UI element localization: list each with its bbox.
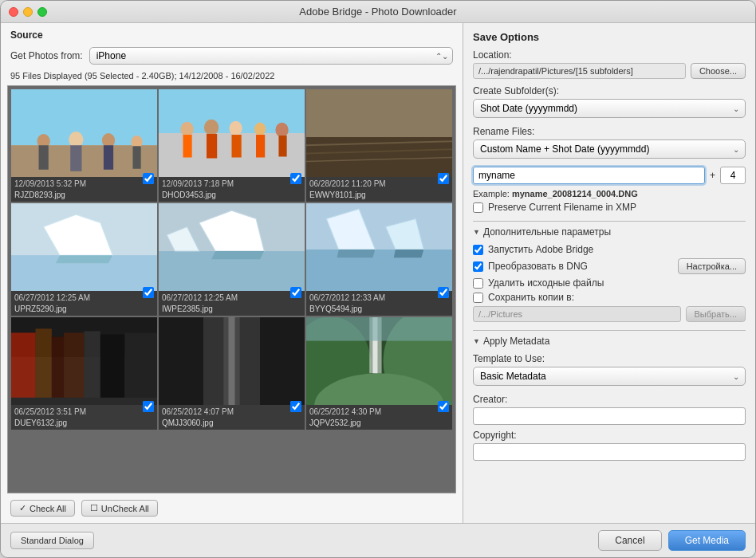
convert-dng-label: Преобразовать в DNG (488, 261, 588, 272)
svg-rect-3 (39, 145, 49, 170)
advanced-params-header[interactable]: ▼ Дополнительные параметры (473, 226, 746, 238)
footer-right: Cancel Get Media (598, 530, 746, 551)
photo-checkbox[interactable] (290, 401, 301, 412)
counter-input[interactable] (720, 167, 746, 184)
svg-rect-5 (70, 145, 81, 171)
svg-rect-47 (52, 337, 64, 398)
traffic-lights (9, 7, 47, 17)
rename-row: + (473, 167, 746, 184)
rename-files-label: Rename Files: (473, 126, 746, 137)
uncheck-all-button[interactable]: ☐ UnCheck All (81, 500, 158, 517)
svg-point-12 (180, 122, 193, 136)
advanced-params-label: Дополнительные параметры (483, 226, 611, 238)
list-item[interactable]: 06/25/2012 4:30 PM JQPV2532.jpg (306, 317, 452, 430)
save-copies-path: /.../Pictures (473, 306, 681, 322)
rename-select[interactable]: Custom Name + Shot Date (yyyymmdd) (473, 140, 746, 159)
apply-metadata-label: Apply Metadata (483, 336, 549, 347)
choose-button[interactable]: Choose... (691, 63, 746, 79)
svg-rect-64 (306, 317, 452, 341)
minimize-button[interactable] (23, 7, 33, 17)
example-value: myname_20081214_0004.DNG (512, 189, 638, 198)
preserve-filename-row: Preserve Current Filename in XMP (473, 202, 746, 213)
svg-rect-21 (278, 136, 286, 156)
get-media-button[interactable]: Get Media (668, 530, 746, 551)
right-panel: Save Options Location: /.../rajendrapati… (463, 23, 755, 523)
svg-rect-46 (36, 328, 52, 397)
svg-rect-23 (306, 89, 452, 137)
files-info: 95 Files Displayed (95 Selected - 2.40GB… (1, 69, 463, 85)
preserve-filename-checkbox[interactable] (473, 202, 483, 213)
photo-checkbox[interactable] (143, 173, 154, 184)
check-all-label: Check All (30, 504, 66, 513)
list-item[interactable]: 06/28/2012 11:20 PM EWWY8101.jpg (306, 89, 452, 202)
get-photos-row: Get Photos from: iPhone ⌃⌄ (1, 44, 463, 69)
photo-filename: BYYQ5494.jpg (309, 305, 362, 313)
photo-date: 06/25/2012 4:07 PM QMJJ3060.jpg (159, 405, 305, 430)
list-item[interactable]: 06/27/2012 12:25 AM IWPE2385.jpg (159, 203, 305, 316)
copyright-input[interactable] (473, 443, 746, 461)
svg-rect-13 (183, 135, 192, 157)
uncheck-all-label: UnCheck All (101, 504, 149, 513)
list-item[interactable]: 12/09/2013 5:32 PM RJZD8293.jpg (11, 89, 157, 202)
photo-date: 06/27/2012 12:33 AM BYYQ5494.jpg (306, 291, 452, 316)
check-all-button[interactable]: ✓ Check All (10, 500, 75, 517)
photo-checkbox[interactable] (290, 173, 301, 184)
save-copies-label: Сохранить копии в: (488, 292, 574, 303)
photo-grid: 12/09/2013 5:32 PM RJZD8293.jpg (11, 89, 452, 430)
maximize-button[interactable] (37, 7, 47, 17)
svg-rect-51 (124, 332, 157, 397)
cancel-button[interactable]: Cancel (598, 530, 661, 551)
photo-checkbox[interactable] (143, 401, 154, 412)
launch-bridge-checkbox[interactable] (473, 245, 483, 255)
photo-checkbox[interactable] (438, 173, 449, 184)
delete-originals-checkbox[interactable] (473, 278, 483, 289)
dng-settings-button[interactable]: Настройка... (678, 258, 746, 274)
apply-metadata-header[interactable]: ▼ Apply Metadata (473, 336, 746, 347)
svg-rect-38 (306, 250, 452, 291)
get-photos-label: Get Photos from: (10, 50, 83, 61)
save-options-title: Save Options (473, 31, 746, 43)
photo-checkbox[interactable] (438, 287, 449, 298)
photo-grid-container[interactable]: 12/09/2013 5:32 PM RJZD8293.jpg (7, 85, 456, 493)
collapse-triangle-icon: ▼ (473, 228, 480, 236)
svg-rect-45 (11, 332, 36, 397)
list-item[interactable]: 06/27/2012 12:33 AM BYYQ5494.jpg (306, 203, 452, 316)
photo-checkbox[interactable] (438, 401, 449, 412)
svg-marker-31 (56, 255, 112, 263)
custom-name-input[interactable] (473, 167, 705, 184)
copyright-label: Copyright: (473, 430, 746, 441)
list-item[interactable]: 06/25/2012 3:51 PM DUEY6132.jpg (11, 317, 157, 430)
template-select[interactable]: Basic Metadata (473, 367, 746, 386)
svg-marker-35 (211, 251, 264, 259)
photo-filename: JQPV2532.jpg (309, 418, 361, 427)
save-copies-select-button[interactable]: Выбрать... (686, 306, 746, 322)
list-item[interactable]: 06/25/2012 4:07 PM QMJJ3060.jpg (159, 317, 305, 430)
svg-marker-40 (337, 250, 376, 257)
svg-point-16 (229, 121, 242, 136)
photo-date: 06/25/2012 4:30 PM JQPV2532.jpg (306, 405, 452, 430)
close-button[interactable] (9, 7, 18, 17)
svg-rect-9 (133, 146, 141, 168)
photo-checkbox[interactable] (290, 287, 301, 298)
photo-checkbox[interactable] (143, 287, 154, 298)
convert-dng-checkbox[interactable] (473, 261, 483, 272)
example-text: Example: myname_20081214_0004.DNG (473, 189, 746, 198)
svg-rect-15 (207, 134, 217, 159)
save-copies-checkbox[interactable] (473, 293, 483, 303)
footer-left: Standard Dialog (10, 532, 598, 549)
standard-dialog-button[interactable]: Standard Dialog (10, 532, 94, 549)
delete-originals-row: Удалить исходные файлы (473, 277, 746, 289)
svg-rect-50 (100, 334, 124, 397)
left-panel: Source Get Photos from: iPhone ⌃⌄ 95 Fil… (1, 23, 463, 523)
svg-rect-53 (159, 317, 203, 405)
subfolder-select[interactable]: Shot Date (yyyymmdd) (473, 99, 746, 118)
divider-1 (473, 221, 746, 222)
list-item[interactable]: 12/09/2013 7:18 PM DHOD3453.jpg (159, 89, 305, 202)
creator-input[interactable] (473, 407, 746, 425)
convert-dng-row: Преобразовать в DNG Настройка... (473, 258, 746, 274)
check-icon: ✓ (19, 503, 26, 513)
main-content: Source Get Photos from: iPhone ⌃⌄ 95 Fil… (1, 23, 755, 523)
list-item[interactable]: 06/27/2012 12:25 AM UPRZ5290.jpg (11, 203, 157, 316)
source-select[interactable]: iPhone (89, 47, 453, 65)
svg-rect-54 (260, 317, 305, 405)
